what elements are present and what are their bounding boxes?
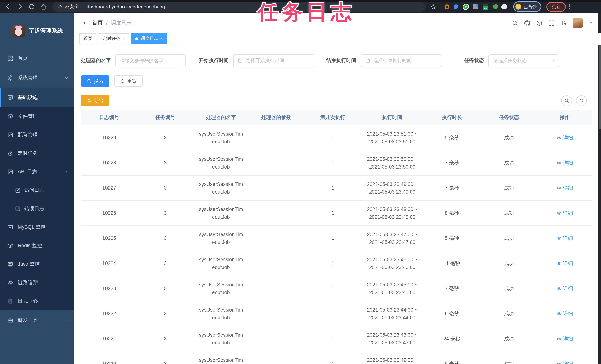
detail-link[interactable]: 详细 bbox=[537, 234, 592, 242]
sidebar-item-6[interactable]: API 日志 bbox=[0, 162, 74, 181]
scrollbar-thumb[interactable] bbox=[599, 44, 601, 129]
sidebar-item-2[interactable]: 基础设施 bbox=[0, 88, 74, 107]
extension-green-icon[interactable]: y bbox=[463, 3, 469, 10]
sidebar-item-5[interactable]: 定时任务 bbox=[0, 144, 74, 162]
sidebar-item-11[interactable]: Java 监控 bbox=[0, 255, 74, 273]
close-icon[interactable]: × bbox=[160, 37, 163, 41]
sidebar-item-0[interactable]: 首页 bbox=[0, 48, 74, 68]
font-size-icon[interactable] bbox=[561, 20, 567, 26]
tab-timed-task[interactable]: 定时任务× bbox=[99, 33, 129, 44]
mysql-icon bbox=[7, 224, 13, 230]
column-header: 处理器的参数 bbox=[249, 114, 304, 121]
detail-link-label: 详细 bbox=[563, 310, 573, 317]
back-icon[interactable] bbox=[4, 3, 12, 10]
table-row: 102243sysUserSessionTimeoutJob12021-05-0… bbox=[81, 251, 592, 276]
cell-exec-time: 2021-05-03 23:47:00 ~2021-05-03 23:47:00 bbox=[362, 230, 423, 246]
cell-exec-index: 1 bbox=[304, 134, 362, 142]
sidebar-item-7[interactable]: 访问日志 bbox=[0, 181, 74, 200]
upload-icon bbox=[7, 113, 13, 119]
export-button-label: 导出 bbox=[94, 97, 103, 104]
reload-icon[interactable] bbox=[28, 3, 35, 10]
begin-time-input[interactable]: 选择开始执行时间 bbox=[233, 54, 314, 67]
extension-leaf-icon[interactable] bbox=[493, 4, 498, 9]
handler-name-input[interactable] bbox=[115, 54, 186, 67]
detail-link-label: 详细 bbox=[563, 335, 573, 343]
hide-search-button[interactable] bbox=[561, 95, 572, 106]
extension-grid-icon[interactable] bbox=[473, 4, 478, 9]
omnibox-divider bbox=[83, 4, 83, 10]
detail-link[interactable]: 详细 bbox=[537, 360, 592, 364]
browser-update-button[interactable]: 更新 bbox=[547, 2, 566, 12]
detail-link[interactable]: 详细 bbox=[537, 184, 592, 192]
cell-handler-name: sysUserSessionTimeoutJob bbox=[193, 331, 249, 346]
active-dot bbox=[135, 37, 138, 40]
search-icon bbox=[564, 98, 569, 103]
sidebar-item-12[interactable]: 链路追踪 bbox=[0, 273, 74, 292]
search-icon[interactable] bbox=[512, 20, 518, 26]
tab-home[interactable]: 首页 bbox=[80, 33, 96, 44]
cell-task-id: 3 bbox=[138, 284, 193, 292]
handler-name-field[interactable] bbox=[116, 58, 185, 63]
fullscreen-icon[interactable] bbox=[548, 20, 555, 26]
cell-exec-time: 2021-05-03 23:46:00 ~2021-05-03 23:46:00 bbox=[362, 255, 423, 271]
eye-icon bbox=[556, 261, 561, 266]
cell-exec-index: 1 bbox=[304, 234, 362, 242]
close-icon[interactable]: × bbox=[123, 37, 125, 41]
cell-actions: 详细 bbox=[537, 209, 592, 217]
refresh-table-button[interactable] bbox=[576, 95, 587, 106]
help-icon[interactable] bbox=[536, 20, 542, 26]
extensions-row: y on bbox=[444, 3, 507, 10]
detail-link[interactable]: 详细 bbox=[537, 259, 592, 267]
breadcrumb-home[interactable]: 首页 bbox=[92, 20, 103, 26]
detail-link[interactable]: 详细 bbox=[537, 284, 592, 292]
table-row: 102233sysUserSessionTimeoutJob12021-05-0… bbox=[81, 276, 592, 301]
export-button[interactable]: 导出 bbox=[81, 95, 109, 106]
extension-on-icon[interactable]: on bbox=[482, 4, 489, 10]
extension-drop-icon[interactable] bbox=[454, 4, 458, 9]
sidebar-item-1[interactable]: 系统管理 bbox=[0, 68, 74, 88]
search-button[interactable]: 搜索 bbox=[81, 75, 109, 87]
filter-form: 处理器的名字 开始执行时间 选择开始执行时间 结束执行时间 选择结束执行时间 任… bbox=[81, 54, 559, 67]
browser-profile-chip[interactable]: ☺ 已暂停 bbox=[513, 1, 541, 12]
app-logo-row[interactable]: 芋道管理系统 bbox=[0, 13, 74, 48]
sidebar-item-13[interactable]: 日志中心 bbox=[0, 292, 74, 310]
hamburger-icon[interactable] bbox=[80, 20, 86, 26]
bookmark-star-icon[interactable] bbox=[430, 3, 436, 10]
cell-handler-name: sysUserSessionTimeoutJob bbox=[193, 306, 249, 321]
sidebar-item-9[interactable]: MySQL 监控 bbox=[0, 218, 74, 236]
cell-handler-name: sysUserSessionTimeoutJob bbox=[193, 155, 249, 171]
detail-link[interactable]: 详细 bbox=[537, 209, 592, 217]
end-time-input[interactable]: 选择结束执行时间 bbox=[361, 54, 442, 67]
sidebar-item-8[interactable]: 错误日志 bbox=[0, 200, 74, 218]
profile-avatar: ☺ bbox=[515, 4, 521, 10]
detail-link[interactable]: 详细 bbox=[537, 134, 592, 142]
caret-down-icon[interactable] bbox=[589, 21, 593, 25]
search-icon bbox=[87, 79, 92, 83]
job-status-select[interactable]: 请选择任务状态 bbox=[489, 54, 559, 67]
extension-puzzle-icon[interactable] bbox=[502, 4, 507, 9]
end-time-label: 结束执行时间 bbox=[326, 57, 356, 64]
user-avatar[interactable] bbox=[573, 18, 583, 28]
reset-button[interactable]: 重置 bbox=[114, 75, 143, 87]
github-icon[interactable] bbox=[524, 20, 530, 26]
tab-job-log[interactable]: 调度日志× bbox=[131, 33, 167, 44]
sidebar-item-14[interactable]: 研发工具 bbox=[0, 310, 74, 330]
address-bar[interactable]: 不安全 dashboard.yudao.iocoder.cn/job/log bbox=[52, 2, 426, 12]
table-tools bbox=[561, 95, 587, 106]
dashboard-icon bbox=[7, 55, 13, 61]
extension-orange-icon[interactable] bbox=[444, 4, 449, 9]
edit-icon bbox=[15, 206, 21, 212]
detail-link[interactable]: 详细 bbox=[537, 159, 592, 167]
forward-icon[interactable] bbox=[16, 3, 24, 10]
sidebar-item-10[interactable]: Redis 监控 bbox=[0, 236, 74, 255]
sidebar-item-3[interactable]: 文件管理 bbox=[0, 107, 74, 126]
detail-link[interactable]: 详细 bbox=[537, 310, 592, 317]
eye-icon bbox=[556, 361, 561, 364]
cell-actions: 详细 bbox=[537, 159, 592, 167]
browser-menu-icon[interactable] bbox=[569, 4, 570, 9]
detail-link[interactable]: 详细 bbox=[537, 335, 592, 343]
sidebar-item-4[interactable]: 配置管理 bbox=[0, 126, 74, 144]
cell-handler-name: sysUserSessionTimeoutJob bbox=[193, 180, 249, 196]
java-icon bbox=[7, 261, 13, 267]
home-icon[interactable] bbox=[40, 3, 47, 10]
